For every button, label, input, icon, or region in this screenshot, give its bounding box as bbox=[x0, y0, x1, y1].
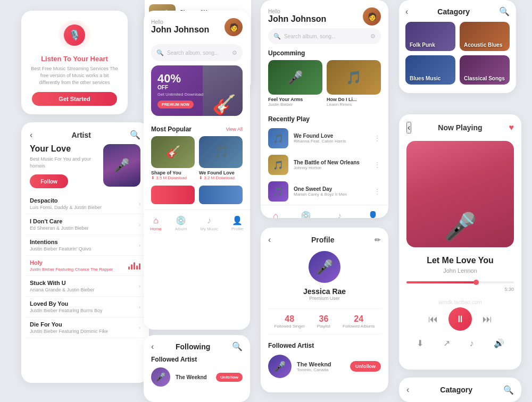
chevron-right-icon: › bbox=[139, 325, 140, 331]
song-item[interactable]: Intentions Justin Bieber Featurin' Quivo… bbox=[26, 235, 145, 256]
music-icon: ♪ bbox=[207, 216, 211, 225]
your-love-text: Your Love Best Music For You and your ho… bbox=[30, 144, 97, 188]
popular-item[interactable]: 🎸 Shape of You ⬇ 3.5 M Download bbox=[151, 136, 195, 180]
card-cat-bottom: ‹ Catagory 🔍 bbox=[399, 378, 521, 402]
song-item-playing[interactable]: Holy Justin Bieber Featuring Chance The … bbox=[26, 256, 145, 276]
more-options-icon[interactable]: ⋮ bbox=[373, 187, 381, 196]
tab-home[interactable]: ⌂ Home bbox=[270, 211, 281, 219]
mic-button[interactable]: 🎙️ bbox=[64, 24, 85, 46]
song-item[interactable]: Loved By You Justin Bieber Featuring Bur… bbox=[26, 297, 145, 317]
main-header: Hello John Johnson 🧑 bbox=[144, 11, 250, 40]
back-button[interactable]: ‹ bbox=[406, 122, 411, 133]
song-item[interactable]: Die For You Justin Bieber Featuring Domi… bbox=[26, 317, 145, 338]
filter-icon[interactable]: ⚙ bbox=[232, 49, 237, 56]
search-input[interactable]: Search album, song... bbox=[167, 50, 229, 56]
profile-type: Premium User bbox=[268, 296, 381, 301]
tab-album[interactable]: 💿 Album bbox=[300, 211, 312, 218]
category-item[interactable]: Classical Songs bbox=[460, 55, 510, 85]
profile-avatar: 🎤 bbox=[309, 251, 340, 283]
strip1 bbox=[151, 186, 195, 204]
album-art: 🎤 bbox=[406, 141, 514, 247]
pause-button[interactable]: ⏸ bbox=[448, 307, 472, 331]
now-playing-header: ‹ Now Playing ♥ bbox=[406, 122, 514, 133]
edit-icon[interactable]: ✏ bbox=[375, 236, 381, 244]
category-item[interactable]: Folk Punk bbox=[405, 22, 455, 51]
john-avatar: 🧑 bbox=[363, 7, 381, 26]
more-options-icon[interactable]: ⋮ bbox=[373, 134, 381, 143]
search-icon[interactable]: 🔍 bbox=[503, 385, 514, 395]
john-search-bar[interactable]: 🔍 Search album, song... ⚙ bbox=[268, 28, 381, 44]
favorite-icon[interactable]: ♥ bbox=[509, 123, 514, 132]
upcoming-item[interactable]: 🎵 How Do I Li... Leann Rimes bbox=[327, 60, 381, 107]
back-icon[interactable]: ‹ bbox=[406, 385, 409, 395]
song-title: Let Me Love You bbox=[406, 256, 514, 265]
tab-album[interactable]: 💿 Album bbox=[175, 215, 187, 231]
progress-handle[interactable] bbox=[473, 280, 479, 285]
upcoming-grid: 🎤 Feel Your Arms Justin Bieber 🎵 How Do … bbox=[261, 60, 388, 112]
next-button[interactable]: ⏭ bbox=[483, 314, 492, 325]
unfollow-button[interactable]: Unfollow bbox=[216, 373, 243, 382]
chevron-right-icon: › bbox=[139, 222, 140, 228]
bottom-tabs: ⌂ Home 💿 Album ♪ My Music 👤 Profile bbox=[144, 210, 250, 238]
song-item[interactable]: I Don't Care Ed Sheeran & Justin Bieber … bbox=[26, 214, 145, 235]
follow-button[interactable]: Follow bbox=[30, 174, 68, 188]
stat-playlist: 36 Playlist bbox=[317, 314, 330, 329]
song-item[interactable]: Despacito Luis Fonsi, Daddy & Justin Bie… bbox=[26, 194, 145, 214]
list-item[interactable]: 🎵 One Sweet Day Mariah Carey & Boyz II M… bbox=[261, 178, 388, 205]
song-thumbnail: 🎵 bbox=[268, 128, 288, 148]
volume-icon[interactable]: 🔊 bbox=[494, 338, 504, 348]
card-john: Hello John Johnson 🧑 🔍 Search album, son… bbox=[261, 0, 388, 218]
profile-icon: 👤 bbox=[232, 215, 243, 225]
song-item[interactable]: Stuck With U Ariana Grande & Justin Bieb… bbox=[26, 276, 145, 297]
playback-progress[interactable] bbox=[406, 281, 514, 283]
popular-image: 🎸 bbox=[151, 136, 195, 168]
search-icon[interactable]: 🔍 bbox=[499, 6, 510, 16]
artist-avatar: 🎤 bbox=[151, 367, 170, 387]
back-icon[interactable]: ‹ bbox=[405, 7, 408, 16]
search-placeholder[interactable]: Search album, song... bbox=[284, 34, 367, 39]
category-item[interactable]: Acoustic Blues bbox=[460, 22, 510, 51]
stat-followed-albums: 24 Followed Albums bbox=[343, 314, 375, 329]
tab-profile[interactable]: 👤 Profile bbox=[231, 215, 244, 231]
share-icon[interactable]: ↗ bbox=[443, 338, 450, 348]
song-thumbnail: 🎵 bbox=[268, 181, 288, 202]
profile-icon: 👤 bbox=[368, 211, 378, 218]
more-options-icon[interactable]: ⋮ bbox=[373, 161, 381, 169]
chevron-right-icon: › bbox=[139, 242, 140, 248]
filter-icon[interactable]: ⚙ bbox=[370, 33, 376, 40]
your-love-subtitle: Best Music For You and your homeis bbox=[30, 156, 97, 169]
search-icon[interactable]: 🔍 bbox=[130, 130, 140, 140]
popular-image: 🎵 bbox=[199, 136, 243, 168]
download-icon[interactable]: ⬇ bbox=[417, 338, 423, 348]
search-icon: 🔍 bbox=[156, 49, 164, 56]
list-item[interactable]: 🎵 The Battle of New Orleans Johnny Horto… bbox=[261, 152, 388, 178]
tab-profile[interactable]: 👤 Profile bbox=[367, 211, 379, 218]
most-popular-header: Most Popular View All bbox=[144, 120, 250, 136]
category-grid: Folk Punk Acoustic Blues Blues Music Cla… bbox=[405, 22, 510, 85]
listen-desc: Best Free Music Streaming Services The f… bbox=[30, 65, 119, 86]
promo-banner: 40% OFF Get Unlimited Download PREMIUM N… bbox=[151, 65, 243, 116]
tab-my-music[interactable]: ♪ My Music bbox=[200, 216, 218, 231]
promo-text: 40% OFF Get Unlimited Download PREMIUM N… bbox=[157, 73, 203, 108]
list-item[interactable]: 🎵 We Found Love Rihanna Feat. Calvin Har… bbox=[261, 125, 388, 152]
song-list: Despacito Luis Fonsi, Daddy & Justin Bie… bbox=[21, 194, 149, 338]
prev-button[interactable]: ⏮ bbox=[428, 314, 438, 325]
note-icon[interactable]: ♪ bbox=[470, 339, 474, 348]
category-item[interactable]: Blues Music bbox=[405, 55, 455, 85]
upcoming-thumbnail: 🎵 bbox=[327, 60, 381, 95]
back-icon[interactable]: ‹ bbox=[30, 130, 32, 140]
tab-my-music[interactable]: ♪ My Music bbox=[330, 211, 348, 219]
card-now-playing: ‹ Now Playing ♥ 🎤 Let Me Love You John L… bbox=[399, 114, 521, 370]
profile-header: ‹ Profile ✏ bbox=[268, 235, 381, 245]
unfollow-button[interactable]: Unfollow bbox=[350, 361, 381, 372]
popular-item[interactable]: 🎵 We Found Love ⬇ 3.2 M Download bbox=[199, 136, 243, 180]
john-header: Hello John Johnson 🧑 bbox=[261, 0, 388, 28]
tab-home[interactable]: ⌂ Home bbox=[150, 216, 161, 231]
view-all-button[interactable]: View All bbox=[226, 127, 243, 132]
upcoming-item[interactable]: 🎤 Feel Your Arms Justin Bieber bbox=[268, 60, 322, 107]
card-category: ‹ Catagory 🔍 Folk Punk Acoustic Blues Bl… bbox=[399, 0, 516, 93]
premium-button[interactable]: PREMIUM NOW bbox=[157, 100, 194, 108]
search-icon[interactable]: 🔍 bbox=[232, 341, 243, 351]
get-started-button[interactable]: Get Started bbox=[32, 92, 117, 106]
search-bar[interactable]: 🔍 Search album, song... ⚙ bbox=[151, 44, 243, 61]
